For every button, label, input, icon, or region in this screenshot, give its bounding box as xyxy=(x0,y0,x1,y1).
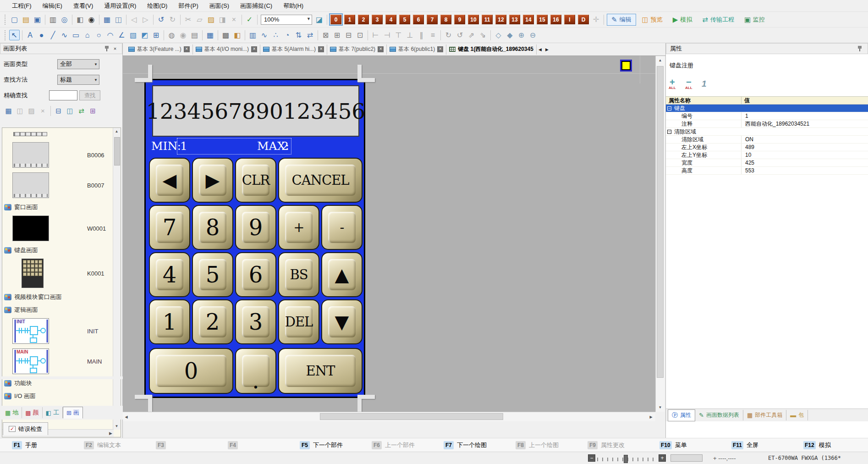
screen-list-item[interactable]: 键盘画面 xyxy=(4,246,114,255)
keypad-key[interactable]: CANCEL xyxy=(278,158,363,203)
error-check-icon[interactable]: ✓ xyxy=(244,14,255,25)
screen-number-button[interactable]: 10 xyxy=(468,15,479,24)
chevron-down-icon[interactable]: ▼ xyxy=(94,78,98,82)
pin-icon[interactable] xyxy=(103,45,111,52)
align-middle-icon[interactable]: ≡ xyxy=(428,30,438,40)
scrollbar-thumb[interactable] xyxy=(657,66,664,378)
tab-scroll-right-icon[interactable]: ▶ xyxy=(544,45,550,54)
function-key[interactable]: F6 上一个部件 xyxy=(372,441,444,449)
pin-icon[interactable] xyxy=(856,45,864,52)
screen-thumbnail[interactable] xyxy=(22,259,44,288)
bulb-part-icon[interactable]: ◉ xyxy=(178,30,188,40)
trend-graph-icon[interactable]: ∿ xyxy=(259,30,269,40)
宽度[interactable]: 宽度 425 xyxy=(666,159,868,167)
tab-screens[interactable]: ⊞ 画 xyxy=(63,407,83,419)
function-key[interactable]: F10 菜单 xyxy=(659,441,731,449)
property-value[interactable]: 425 xyxy=(742,160,754,166)
canvas-vertical-scrollbar[interactable]: ▲ ▼ xyxy=(655,56,665,412)
function-key[interactable]: F3 xyxy=(156,441,228,449)
screen-number-button[interactable]: 13 xyxy=(509,15,520,24)
scrollbar-thumb[interactable] xyxy=(320,413,503,420)
rect-tool-icon[interactable]: ▭ xyxy=(71,30,81,40)
align-left-icon[interactable]: ⊢ xyxy=(370,30,381,40)
keypad-key[interactable]: 8 xyxy=(192,205,233,250)
document-tab[interactable]: 基本 5(Alarm hi...) × xyxy=(260,44,327,55)
date-part-icon[interactable]: ▦ xyxy=(205,30,215,40)
function-key[interactable]: F9 属性更改 xyxy=(588,441,659,449)
delete-icon[interactable]: × xyxy=(229,14,239,25)
keypad-minmax[interactable]: MIN: 1 MAX: 2 xyxy=(146,137,364,156)
selection-handle[interactable] xyxy=(357,65,375,82)
paste-icon[interactable]: ▨ xyxy=(206,14,216,25)
toolbar-grip[interactable] xyxy=(5,15,7,25)
screen-number-button[interactable]: 9 xyxy=(454,15,465,24)
编号[interactable]: 编号 1 xyxy=(666,112,868,120)
screen-list-item[interactable]: 视频模块窗口画面 xyxy=(4,293,114,302)
screen-number-button[interactable]: 7 xyxy=(427,15,438,24)
screen-number-button[interactable]: 3 xyxy=(372,15,383,24)
键盘[interactable]: 键盘 xyxy=(666,105,868,112)
collapse-icon[interactable] xyxy=(667,130,671,134)
next-screen-icon[interactable]: ▷ xyxy=(140,14,151,25)
select-tool-icon[interactable]: ↖ xyxy=(9,30,20,40)
keypad-key[interactable]: ▲ xyxy=(321,252,363,297)
screen-number-button[interactable]: 1 xyxy=(344,15,355,24)
menu-common-settings[interactable]: 通用设置(R) xyxy=(99,1,142,11)
document-tab[interactable]: 键盘 1(西能自动化_189620345 × xyxy=(446,44,537,55)
screen-thumbnail[interactable] xyxy=(12,172,49,198)
search-input[interactable] xyxy=(49,90,77,100)
add-all-button[interactable]: +ALL xyxy=(669,78,681,89)
keypad-key[interactable]: 4 xyxy=(149,252,190,297)
meter-part-icon[interactable]: ◔ xyxy=(282,30,292,40)
scroll-up-icon[interactable]: ▲ xyxy=(113,128,120,135)
function-key[interactable]: F8 上一个绘图 xyxy=(516,441,588,449)
keypad-part-icon[interactable]: ⊞ xyxy=(332,30,342,40)
new-screen-icon[interactable]: ▦ xyxy=(3,105,14,116)
menu-screen-capture[interactable]: 画面捕捉(C) xyxy=(235,1,278,11)
polygon-tool-icon[interactable]: ⌂ xyxy=(82,30,93,40)
keypad-key[interactable]: 5 xyxy=(192,252,233,297)
property-value[interactable]: 489 xyxy=(742,144,754,150)
keypad-key[interactable]: 0 xyxy=(149,348,233,394)
screen-number-button[interactable]: 6 xyxy=(413,15,424,24)
menu-project[interactable]: 工程(F) xyxy=(6,1,37,11)
keypad-key[interactable]: 2 xyxy=(192,299,233,344)
canvas-tool-icon[interactable]: ◩ xyxy=(139,30,150,40)
new-screen-icon[interactable]: ▦ xyxy=(102,14,112,25)
group-icon[interactable]: ◇ xyxy=(493,30,504,40)
paste-screen-icon[interactable]: ▨ xyxy=(26,105,37,116)
align-center-icon[interactable]: ∥ xyxy=(416,30,427,40)
property-value[interactable]: 1 xyxy=(742,113,748,119)
selection-handle[interactable] xyxy=(135,395,152,412)
menu-parts[interactable]: 部件(P) xyxy=(173,1,203,11)
point-tool-icon[interactable]: ● xyxy=(36,30,47,40)
keypad-key[interactable]: 3 xyxy=(235,299,276,344)
function-key[interactable]: F7 下一个绘图 xyxy=(444,441,516,449)
leftright-part-icon[interactable]: ⇄ xyxy=(305,30,315,40)
panel-part-icon[interactable]: ⊡ xyxy=(355,30,365,40)
keypad-key[interactable]: ◀ xyxy=(149,158,190,203)
screen-list-item[interactable]: I/O 画面 xyxy=(4,392,114,401)
menu-draw[interactable]: 绘图(D) xyxy=(142,1,173,11)
screen-number-button[interactable]: 4 xyxy=(385,15,396,24)
screen-list-item[interactable]: INIT INIT xyxy=(12,318,114,344)
close-icon[interactable]: × xyxy=(184,46,190,52)
design-canvas[interactable]: 1234567890123456 MIN: 1 MAX: 2 ◀▶CLRCANC… xyxy=(123,56,655,412)
screen-number-button[interactable]: 0 xyxy=(330,15,341,24)
copy-icon[interactable]: ▱ xyxy=(194,14,205,25)
flip-h-icon[interactable]: ⇗ xyxy=(466,30,477,40)
screen-number-button[interactable]: 2 xyxy=(358,15,369,24)
function-key[interactable]: F4 xyxy=(228,441,300,449)
menu-help[interactable]: 帮助(H) xyxy=(278,1,309,11)
screen-number-button[interactable]: 15 xyxy=(537,15,548,24)
keypad-key[interactable]: BS xyxy=(278,252,319,297)
lamp-part-icon[interactable]: ◍ xyxy=(166,30,177,40)
keypad-key[interactable]: ▼ xyxy=(321,299,363,344)
transfer-project-button[interactable]: ⇄ 传输工程 xyxy=(698,14,738,26)
import-icon[interactable]: ◧ xyxy=(75,14,85,25)
filter-dropdown[interactable]: 标题▼ xyxy=(57,75,99,85)
close-icon[interactable]: × xyxy=(437,46,443,52)
undo-icon[interactable]: ↺ xyxy=(156,14,166,25)
rotate-cw-icon[interactable]: ↻ xyxy=(443,30,454,40)
preview-button[interactable]: ◫ 预览 xyxy=(638,14,667,26)
